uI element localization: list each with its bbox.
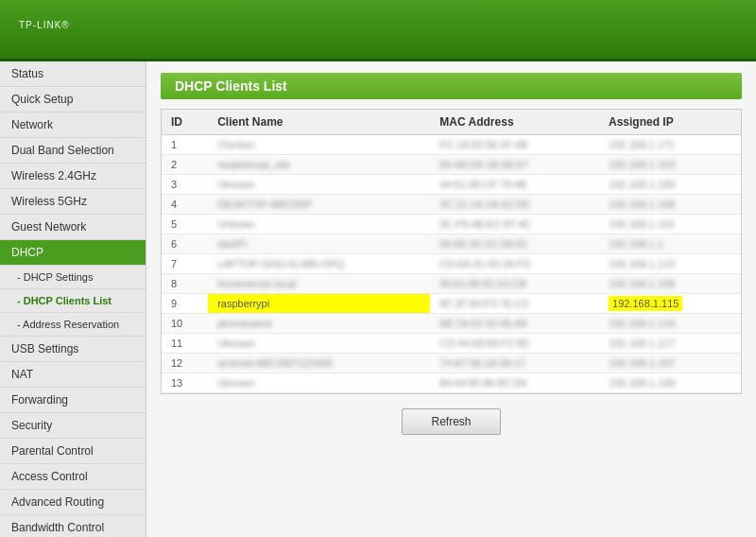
sidebar-item-nat[interactable]: NAT — [0, 362, 146, 388]
cell-client-name: LAPTOP-GHIJ-KLMN-OPQ — [208, 254, 430, 274]
cell-mac: 84:44:85:96:8C:D6 — [430, 373, 599, 393]
table-row: 5 Unkown 0C:F6:4B:EC:87:4C 192.168.1.101 — [162, 215, 741, 234]
sidebar-item-security[interactable]: Security — [0, 413, 146, 439]
sidebar: Status Quick Setup Network Dual Band Sel… — [0, 61, 146, 537]
page-title: DHCP Clients List — [175, 78, 287, 94]
col-id: ID — [162, 110, 208, 135]
table-row: 12 android-ABCDEF123456 74:A7:56:1A:56:1… — [162, 354, 741, 373]
sidebar-item-parental-control[interactable]: Parental Control — [0, 439, 146, 464]
table-row: 4 DESKTOP-ABCDEF 3C:21:1A:1A:62:D0 192.1… — [162, 195, 741, 215]
cell-mac: 95:61:86:81:53:CB — [430, 274, 599, 294]
cell-ip: 192.168.1.113 — [599, 254, 741, 274]
sidebar-item-advanced-routing[interactable]: Advanced Routing — [0, 490, 146, 515]
cell-ip: 192.168.1.100 — [599, 373, 741, 393]
cell-id: 8 — [162, 274, 208, 294]
cell-client-name: android-ABCDEF123456 — [208, 354, 430, 373]
sidebar-item-wireless-24[interactable]: Wireless 2.4GHz — [0, 164, 146, 189]
sidebar-item-usb-settings[interactable]: USB Settings — [0, 337, 146, 362]
cell-ip: 192.168.1.107 — [599, 354, 741, 373]
table-row: 2 raspberrypi_old 66:4A:D4:1B:A6:67 192.… — [162, 155, 741, 175]
header: TP-LINK® — [0, 0, 756, 61]
cell-ip: 192.168.1.106 — [599, 195, 741, 215]
cell-id: 4 — [162, 195, 208, 215]
button-area: Refresh — [146, 394, 756, 449]
cell-id: 11 — [162, 334, 208, 354]
table-row: 7 LAPTOP-GHIJ-KLMN-OPQ CD:6A:41:43:28:FD… — [162, 254, 741, 274]
cell-mac: 06:6E:0C:51:5B:81 — [430, 234, 599, 254]
cell-client-name: Uknown — [208, 175, 430, 195]
cell-id: 6 — [162, 234, 208, 254]
cell-id: 12 — [162, 354, 208, 373]
cell-ip: 192.168.1.153 — [599, 155, 741, 175]
sidebar-item-access-control[interactable]: Access Control — [0, 464, 146, 490]
refresh-button[interactable]: Refresh — [402, 408, 500, 435]
cell-id: 13 — [162, 373, 208, 393]
cell-mac: 6B:7A:02:32:05:A9 — [430, 314, 599, 334]
cell-id: 10 — [162, 314, 208, 334]
content-area: DHCP Clients List ID Client Name MAC Add… — [146, 61, 756, 537]
cell-client-name: raspberrypi_old — [208, 155, 430, 175]
cell-ip: 192.168.1.100 — [599, 175, 741, 195]
cell-id: 2 — [162, 155, 208, 175]
table-row: 11 Uknown CD:44:69:69:F2:9D 192.168.1.11… — [162, 334, 741, 354]
cell-ip: 192.168.1.116 — [599, 314, 741, 334]
cell-id: 1 — [162, 135, 208, 155]
trademark: ® — [61, 20, 69, 30]
table-row: 10 phonename 6B:7A:02:32:05:A9 192.168.1… — [162, 314, 741, 334]
cell-mac: CD:44:69:69:F2:9D — [430, 334, 599, 354]
cell-id: 5 — [162, 215, 208, 234]
cell-client-name: Uknown — [208, 334, 430, 354]
col-client-name: Client Name — [208, 110, 430, 135]
sidebar-item-dhcp[interactable]: DHCP — [0, 240, 146, 266]
logo: TP-LINK® — [19, 14, 70, 44]
table-row: 3 Uknown 44:61:00:CF:79:4B 192.168.1.100 — [162, 175, 741, 195]
cell-mac: 74:A7:56:1A:56:17 — [430, 354, 599, 373]
cell-mac: 44:61:00:CF:79:4B — [430, 175, 599, 195]
cell-client-name: darkPi — [208, 234, 430, 254]
cell-client-name: Unkown — [208, 215, 430, 234]
clients-table-container: ID Client Name MAC Address Assigned IP 1… — [161, 109, 742, 394]
cell-mac: FC:18:00:56:1F:4B — [430, 135, 599, 155]
cell-ip: 192.168.1.115 — [599, 294, 741, 314]
cell-ip: 192.168.1.108 — [599, 274, 741, 294]
cell-ip: 192.168.1.117 — [599, 334, 741, 354]
sidebar-item-wireless-5[interactable]: Wireless 5GHz — [0, 189, 146, 215]
table-row: 8 homeserver.local 95:61:86:81:53:CB 192… — [162, 274, 741, 294]
table-row: 13 Uknown 84:44:85:96:8C:D6 192.168.1.10… — [162, 373, 741, 393]
cell-client-name: raspberrypi — [208, 294, 430, 314]
sidebar-item-network[interactable]: Network — [0, 113, 146, 138]
sidebar-item-guest-network[interactable]: Guest Network — [0, 215, 146, 240]
col-mac-address: MAC Address — [430, 110, 599, 135]
table-row: 1 Chicken FC:18:00:56:1F:4B 192.168.1.17… — [162, 135, 741, 155]
sidebar-item-forwarding[interactable]: Forwarding — [0, 388, 146, 413]
cell-ip: 192.168.1.101 — [599, 215, 741, 234]
sidebar-item-dual-band[interactable]: Dual Band Selection — [0, 138, 146, 164]
cell-ip: 192.168.1.171 — [599, 135, 741, 155]
cell-mac: 3C:21:1A:1A:62:D0 — [430, 195, 599, 215]
cell-mac: 8F:2F:60:F3:7E:C3 — [430, 294, 599, 314]
sidebar-item-dhcp-clients-list[interactable]: - DHCP Clients List — [0, 289, 146, 313]
main-container: Status Quick Setup Network Dual Band Sel… — [0, 61, 756, 537]
cell-mac: 66:4A:D4:1B:A6:67 — [430, 155, 599, 175]
cell-id: 3 — [162, 175, 208, 195]
table-row: 6 darkPi 06:6E:0C:51:5B:81 192.168.1.1 — [162, 234, 741, 254]
sidebar-item-status[interactable]: Status — [0, 61, 146, 87]
sidebar-item-bandwidth-control[interactable]: Bandwidth Control — [0, 515, 146, 537]
cell-client-name: phonename — [208, 314, 430, 334]
cell-client-name: Uknown — [208, 373, 430, 393]
clients-table: ID Client Name MAC Address Assigned IP 1… — [162, 110, 741, 393]
sidebar-item-quick-setup[interactable]: Quick Setup — [0, 87, 146, 113]
col-assigned-ip: Assigned IP — [599, 110, 741, 135]
cell-id: 9 — [162, 294, 208, 314]
logo-text: TP-LINK — [19, 20, 61, 30]
sidebar-item-address-reservation[interactable]: - Address Reservation — [0, 313, 146, 337]
cell-mac: CD:6A:41:43:28:FD — [430, 254, 599, 274]
cell-client-name: Chicken — [208, 135, 430, 155]
cell-id: 7 — [162, 254, 208, 274]
cell-client-name: DESKTOP-ABCDEF — [208, 195, 430, 215]
table-header-row: ID Client Name MAC Address Assigned IP — [162, 110, 741, 135]
sidebar-item-dhcp-settings[interactable]: - DHCP Settings — [0, 266, 146, 289]
page-title-bar: DHCP Clients List — [161, 73, 742, 99]
cell-ip: 192.168.1.1 — [599, 234, 741, 254]
table-row: 9 raspberrypi 8F:2F:60:F3:7E:C3 192.168.… — [162, 294, 741, 314]
